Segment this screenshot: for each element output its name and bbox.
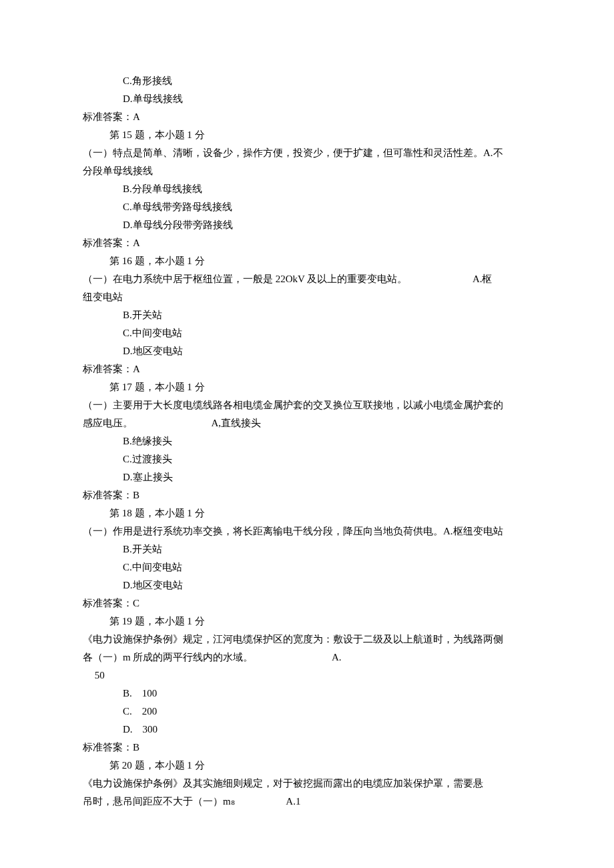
q17-title: 第 17 题，本小题 1 分 [83,378,531,396]
q16-title: 第 16 题，本小题 1 分 [83,252,531,270]
q19-title: 第 19 题，本小题 1 分 [83,612,531,630]
q14-option-c: C.角形接线 [83,72,531,90]
q20-stem-right2: A.1 [286,796,300,807]
q17-answer: 标准答案：B [83,486,531,504]
q16-stem-left: （一）在电力系统中居于枢纽位置，一般是 22OkV 及以上的重要变电站。 [83,274,407,284]
q17-option-b: B.绝缘接头 [83,432,531,450]
q19-answer: 标准答案：B [83,739,531,757]
q19-stem-left2: 各（一）m 所成的两平行线内的水域。 [83,652,253,663]
q16-stem-line2: 纽变电站 [83,288,531,306]
q15-stem-line1: （一）特点是简单、清晰，设备少，操作方便，投资少，便于扩建，但可靠性和灵活性差。… [83,144,531,162]
q17-stem-line1: （一）主要用于大长度电缆线路各相电缆金属护套的交叉换位互联接地，以减小电缆金属护… [83,396,531,414]
q17-stem-left2: 感应电压。 [83,418,133,428]
q17-option-c: C.过渡接头 [83,450,531,468]
q19-option-b: B. 100 [83,685,531,703]
q18-stem: （一）作用是进行系统功率交换，将长距离输电干线分段，降压向当地负荷供电。A.枢纽… [83,522,531,540]
q17-stem-right2: A,直线接头 [212,418,262,428]
q20-stem-line2: 吊时，悬吊间距应不大于（一）m₈ A.1 [83,793,531,811]
q19-stem-right2: A. [332,652,342,663]
q16-stem-right: A.枢 [473,274,493,284]
q15-answer: 标准答案：A [83,234,531,252]
q20-stem-line1: 《电力设施保护条例》及其实施细则规定，对于被挖掘而露出的电缆应加装保护罩，需要悬 [83,775,531,793]
q16-answer: 标准答案：A [83,360,531,378]
q15-stem-line2: 分段单母线接线 [83,162,531,180]
q16-option-d: D.地区变电站 [83,342,531,360]
q18-title: 第 18 题，本小题 1 分 [83,504,531,522]
q15-option-b: B.分段单母线接线 [83,180,531,198]
q15-title: 第 15 题，本小题 1 分 [83,126,531,144]
q16-option-c: C.中间变电站 [83,324,531,342]
q18-option-c: C.中间变电站 [83,558,531,576]
q16-option-b: B.开关站 [83,306,531,324]
q15-option-d: D.单母线分段带旁路接线 [83,216,531,234]
q19-stem-line1: 《电力设施保护条例》规定，江河电缆保护区的宽度为：敷设于二级及以上航道时，为线路… [83,630,531,648]
q18-answer: 标准答案：C [83,594,531,612]
q14-answer: 标准答案：A [83,108,531,126]
q16-stem-line1: （一）在电力系统中居于枢纽位置，一般是 22OkV 及以上的重要变电站。 A.枢 [83,270,531,288]
q20-stem-left2: 吊时，悬吊间距应不大于（一）m₈ [83,796,235,807]
q18-option-d: D.地区变电站 [83,576,531,594]
q19-option-d: D. 300 [83,721,531,739]
q19-option-a2: 50 [95,670,105,681]
q14-option-d: D.单母线接线 [83,90,531,108]
q19-option-c: C. 200 [83,703,531,721]
q17-option-d: D.塞止接头 [83,468,531,486]
q19-option-a-line2: 50 [83,667,531,685]
q18-option-b: B.开关站 [83,540,531,558]
q17-stem-line2: 感应电压。 A,直线接头 [83,414,531,432]
q15-option-c: C.单母线带旁路母线接线 [83,198,531,216]
q19-stem-line2: 各（一）m 所成的两平行线内的水域。 A. [83,648,531,667]
q20-title: 第 20 题，本小题 1 分 [83,757,531,775]
